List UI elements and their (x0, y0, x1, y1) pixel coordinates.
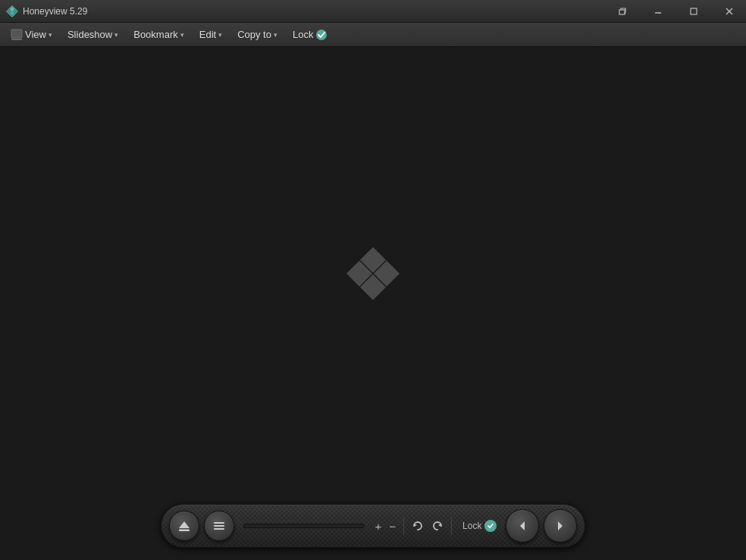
view-icon (11, 29, 23, 41)
copy-to-label: Copy to (237, 29, 271, 40)
window-controls (605, 0, 746, 23)
bookmark-arrow: ▾ (180, 31, 184, 39)
bottom-bar: + − Lock (0, 499, 746, 560)
separator-1 (403, 517, 404, 535)
prev-icon (516, 520, 528, 532)
progress-bar (243, 524, 365, 528)
rotate-right-icon (431, 520, 444, 532)
svg-rect-8 (691, 8, 697, 14)
edit-label: Edit (199, 29, 216, 40)
menu-item-copy-to[interactable]: Copy to ▾ (230, 26, 285, 43)
menu-item-lock[interactable]: Lock (285, 26, 335, 44)
rotate-left-icon (412, 520, 424, 532)
svg-rect-20 (214, 522, 224, 524)
lock-text: Lock (462, 521, 481, 531)
logo-svg (343, 243, 403, 304)
title-bar: Honeyview 5.29 (0, 0, 746, 23)
restore-button[interactable] (605, 0, 639, 23)
svg-rect-11 (11, 30, 22, 38)
lock-label: Lock (293, 29, 313, 40)
menu-item-bookmark[interactable]: Bookmark ▾ (126, 26, 192, 43)
bookmark-label: Bookmark (133, 29, 178, 40)
zoom-in-button[interactable]: + (374, 517, 384, 536)
eject-button[interactable] (169, 511, 199, 541)
app-icon (6, 5, 18, 17)
zoom-in-label: + (375, 520, 382, 533)
separator-2 (451, 517, 452, 535)
maximize-button[interactable] (676, 0, 710, 23)
zoom-out-label: − (389, 520, 396, 533)
view-arrow: ▾ (49, 31, 52, 39)
rotate-left-button[interactable] (410, 517, 425, 535)
svg-rect-6 (619, 10, 625, 14)
toolbar-pill: + − Lock (161, 504, 586, 548)
lock-check-icon (315, 29, 328, 41)
slideshow-label: Slideshow (67, 29, 112, 40)
center-logo (343, 243, 403, 304)
close-button[interactable] (712, 0, 746, 23)
edit-arrow: ▾ (218, 31, 222, 39)
minimize-button[interactable] (641, 0, 675, 23)
svg-marker-25 (520, 521, 525, 530)
menu-item-view[interactable]: View ▾ (3, 26, 60, 44)
svg-rect-19 (179, 530, 190, 532)
svg-rect-21 (214, 525, 224, 527)
copy-to-arrow: ▾ (274, 31, 277, 39)
slideshow-arrow: ▾ (114, 31, 118, 39)
lock-group[interactable]: Lock (458, 518, 501, 533)
prev-button[interactable] (506, 509, 539, 543)
eject-icon (177, 519, 191, 533)
rotate-right-button[interactable] (430, 517, 445, 535)
menu-bar: View ▾ Slideshow ▾ Bookmark ▾ Edit ▾ Cop… (0, 23, 746, 47)
svg-rect-12 (11, 39, 22, 40)
svg-marker-26 (558, 521, 563, 530)
menu-button[interactable] (204, 511, 234, 541)
menu-item-slideshow[interactable]: Slideshow ▾ (60, 26, 126, 43)
zoom-out-button[interactable]: − (387, 517, 397, 536)
hamburger-icon (212, 519, 226, 533)
svg-marker-18 (179, 521, 190, 528)
svg-marker-24 (438, 524, 441, 527)
view-label: View (25, 29, 46, 40)
next-button[interactable] (544, 509, 577, 543)
menu-item-edit[interactable]: Edit ▾ (192, 26, 230, 43)
lock-check-indicator (484, 520, 497, 532)
svg-marker-23 (414, 524, 417, 527)
next-icon (554, 520, 566, 532)
main-content (0, 47, 746, 499)
svg-rect-22 (214, 528, 224, 530)
